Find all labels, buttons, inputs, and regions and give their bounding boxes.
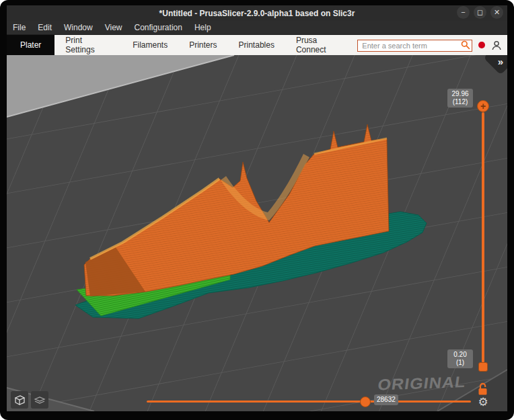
tab-print-settings[interactable]: Print Settings — [54, 35, 122, 55]
search-icon[interactable] — [460, 40, 471, 50]
menu-configuration[interactable]: Configuration — [128, 21, 188, 34]
cube-icon — [13, 393, 26, 407]
collapse-chevrons-icon[interactable]: » — [493, 56, 507, 67]
minimize-icon[interactable]: − — [457, 6, 470, 19]
layer-bottom-index: (1) — [456, 359, 464, 366]
maximize-icon[interactable]: ◻ — [474, 6, 486, 19]
layer-slider-upper-handle[interactable]: + — [477, 100, 489, 112]
search-input[interactable] — [357, 40, 472, 52]
menu-bar: File Edit Window View Configuration Help — [7, 21, 507, 35]
window-controls: − ◻ ✕ — [457, 6, 503, 19]
tab-printables[interactable]: Printables — [228, 35, 285, 55]
tab-printers[interactable]: Printers — [178, 35, 227, 55]
3d-viewport[interactable]: ORIGINAL » 29.96 (112) + 0.20 (1) ⚙ 2863… — [7, 55, 507, 411]
tab-prusa-connect[interactable]: Prusa Connect — [285, 35, 357, 55]
bed-watermark: ORIGINAL — [377, 373, 468, 394]
layer-slider-bottom-tooltip: 0.20 (1) — [447, 349, 473, 368]
window-title: *Untitled - PrusaSlicer-2.9.0-alpha1 bas… — [159, 9, 355, 18]
layer-slider-track[interactable] — [482, 112, 484, 363]
move-slider-tooltip: 28632 — [374, 394, 398, 405]
search-box — [357, 39, 472, 51]
move-slider-track[interactable] — [147, 401, 471, 403]
user-account-icon[interactable] — [491, 40, 502, 51]
menu-view[interactable]: View — [99, 21, 128, 34]
tab-plater[interactable]: Plater — [7, 35, 54, 55]
connection-status-dot — [478, 42, 485, 48]
lock-icon[interactable] — [477, 382, 489, 396]
layer-top-index: (112) — [453, 98, 468, 106]
gear-icon[interactable]: ⚙ — [477, 396, 489, 409]
sliced-model[interactable] — [75, 124, 427, 319]
menu-help[interactable]: Help — [188, 21, 217, 34]
app-window: *Untitled - PrusaSlicer-2.9.0-alpha1 bas… — [0, 0, 514, 420]
menu-window[interactable]: Window — [58, 21, 99, 34]
layer-slider-top-tooltip: 29.96 (112) — [447, 89, 473, 108]
view-layers-button[interactable] — [31, 391, 48, 409]
move-slider-handle[interactable] — [360, 396, 371, 407]
layer-slider-lower-handle[interactable] — [478, 362, 488, 372]
tab-bar: Plater Print Settings Filaments Printers… — [7, 35, 507, 55]
layer-top-height: 29.96 — [451, 90, 468, 97]
menu-file[interactable]: File — [7, 21, 32, 34]
view-3d-button[interactable] — [11, 391, 28, 409]
close-icon[interactable]: ✕ — [490, 6, 503, 19]
layer-bottom-height: 0.20 — [453, 351, 466, 358]
menu-edit[interactable]: Edit — [32, 21, 58, 34]
title-bar[interactable]: *Untitled - PrusaSlicer-2.9.0-alpha1 bas… — [7, 5, 507, 21]
scene-canvas[interactable] — [7, 55, 507, 411]
tab-filaments[interactable]: Filaments — [122, 35, 178, 55]
layers-icon — [33, 393, 46, 407]
